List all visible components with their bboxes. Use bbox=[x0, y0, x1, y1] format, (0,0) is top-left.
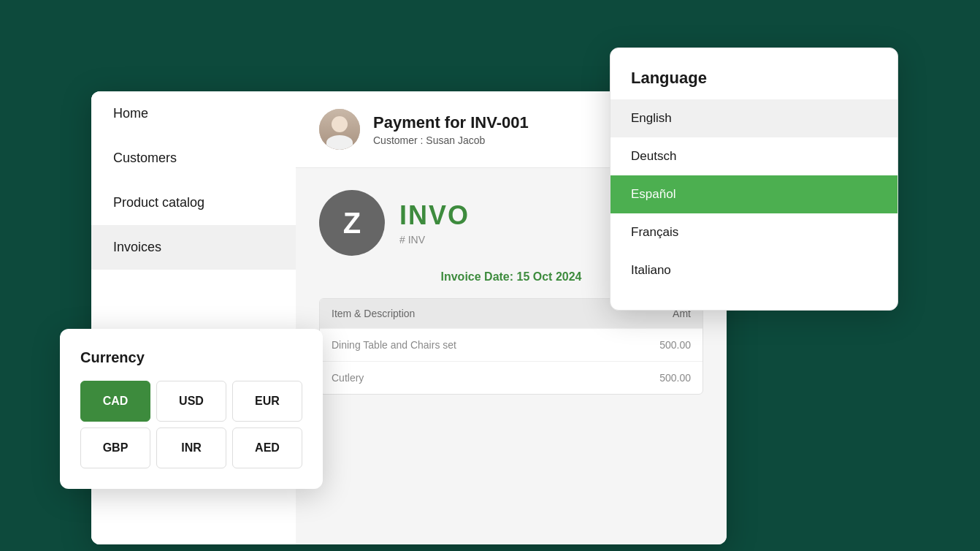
currency-btn-aed[interactable]: AED bbox=[232, 428, 302, 468]
language-item-francais[interactable]: Français bbox=[610, 213, 897, 251]
language-item-italiano[interactable]: Italiano bbox=[610, 251, 897, 289]
currency-title: Currency bbox=[80, 349, 302, 366]
language-item-english[interactable]: English bbox=[610, 99, 897, 137]
invoice-logo: Z bbox=[319, 190, 385, 256]
row1-amt: 500.00 bbox=[632, 339, 691, 351]
currency-btn-inr[interactable]: INR bbox=[156, 428, 226, 468]
language-title: Language bbox=[610, 69, 897, 99]
sidebar-item-customers[interactable]: Customers bbox=[91, 136, 296, 180]
row1-desc: Dining Table and Chairs set bbox=[332, 339, 632, 351]
currency-btn-usd[interactable]: USD bbox=[156, 381, 226, 422]
currency-btn-cad[interactable]: CAD bbox=[80, 381, 150, 422]
col-desc-header: Item & Description bbox=[332, 308, 632, 319]
currency-popup: Currency CAD USD EUR GBP INR AED bbox=[60, 329, 323, 489]
payment-title: Payment for INV-001 bbox=[373, 113, 529, 132]
row2-amt: 500.00 bbox=[632, 372, 691, 384]
avatar bbox=[319, 109, 360, 150]
language-item-espanol[interactable]: Español bbox=[610, 175, 897, 213]
payment-customer: Customer : Susan Jacob bbox=[373, 134, 529, 146]
row2-desc: Cutlery bbox=[332, 372, 632, 384]
language-popup: Language English Deutsch Español Françai… bbox=[610, 48, 898, 311]
invoice-table: Item & Description Amt Dining Table and … bbox=[319, 298, 703, 395]
table-row: Cutlery 500.00 bbox=[320, 361, 703, 394]
sidebar-item-product-catalog[interactable]: Product catalog bbox=[91, 180, 296, 225]
sidebar-item-invoices[interactable]: Invoices bbox=[91, 225, 296, 270]
sidebar-item-home[interactable]: Home bbox=[91, 91, 296, 136]
currency-grid: CAD USD EUR GBP INR AED bbox=[80, 381, 302, 468]
currency-btn-eur[interactable]: EUR bbox=[232, 381, 302, 422]
table-row: Dining Table and Chairs set 500.00 bbox=[320, 328, 703, 361]
currency-btn-gbp[interactable]: GBP bbox=[80, 428, 150, 468]
payment-info: Payment for INV-001 Customer : Susan Jac… bbox=[373, 113, 529, 146]
language-item-deutsch[interactable]: Deutsch bbox=[610, 137, 897, 175]
